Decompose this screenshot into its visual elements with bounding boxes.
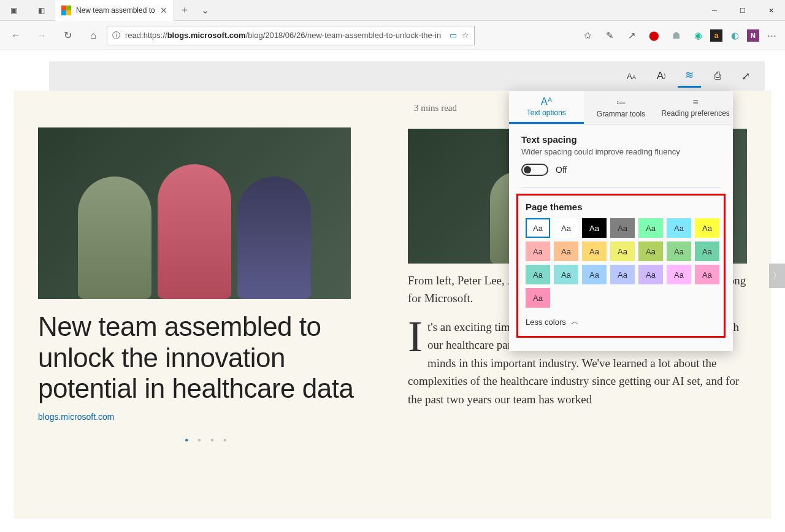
onenote-icon[interactable]: N: [747, 29, 759, 42]
left-column: New team assembled to unlock the innovat…: [38, 103, 377, 443]
theme-swatch[interactable]: Aa: [526, 288, 550, 308]
navbar: ← → ↻ ⌂ ⓘ read:https://blogs.microsoft.c…: [0, 21, 785, 50]
more-icon[interactable]: ⋯: [762, 26, 781, 45]
adblock-icon[interactable]: ⬤: [644, 26, 664, 45]
tab-reading-preferences[interactable]: ≡ Reading preferences: [658, 91, 733, 124]
refresh-button[interactable]: ↻: [55, 23, 80, 48]
favorite-icon[interactable]: ☆: [462, 31, 469, 40]
grammar-icon: ≔: [616, 97, 626, 108]
window-controls: ─ ☐ ✕: [700, 0, 785, 20]
text-spacing-desc: Wider spacing could improve reading flue…: [521, 147, 721, 156]
svg-text:A: A: [627, 72, 632, 81]
browser-tab[interactable]: New team assembled to ✕: [55, 0, 174, 21]
theme-swatch[interactable]: Aa: [695, 218, 719, 238]
address-bar[interactable]: ⓘ read:https://blogs.microsoft.com/blog/…: [107, 26, 475, 45]
ghost-icon[interactable]: ☗: [666, 26, 686, 45]
print-icon[interactable]: ⎙: [706, 64, 729, 88]
extension-icon[interactable]: ◐: [725, 26, 745, 45]
amazon-icon[interactable]: a: [710, 29, 722, 42]
tab-label: Reading preferences: [661, 109, 729, 118]
favorites-icon[interactable]: ✩: [578, 26, 597, 45]
theme-swatch[interactable]: Aa: [638, 241, 663, 261]
tab-preview-icon[interactable]: ◧: [28, 0, 55, 21]
notes-icon[interactable]: ✎: [600, 26, 619, 45]
theme-swatch[interactable]: Aa: [638, 218, 663, 238]
svg-text:A: A: [632, 74, 636, 80]
next-page-button[interactable]: 〉: [769, 264, 785, 288]
theme-swatch[interactable]: Aa: [526, 241, 550, 261]
article-source[interactable]: blogs.microsoft.com: [38, 412, 377, 422]
share-icon[interactable]: ↗: [622, 26, 641, 45]
theme-swatch[interactable]: Aa: [667, 265, 691, 284]
theme-swatch[interactable]: Aa: [695, 241, 719, 261]
grammarly-icon[interactable]: ◉: [688, 26, 708, 45]
article-headline: New team assembled to unlock the innovat…: [38, 311, 377, 405]
tabs-aside-icon[interactable]: ▣: [0, 0, 28, 21]
tab-label: Grammar tools: [597, 110, 645, 118]
less-colors-label: Less colors: [526, 317, 566, 327]
text-spacing-title: Text spacing: [521, 134, 721, 145]
close-window-button[interactable]: ✕: [757, 0, 785, 21]
titlebar: ▣ ◧ New team assembled to ✕ ＋ ⌄ ─ ☐ ✕: [0, 0, 785, 21]
tab-label: Text options: [527, 108, 566, 117]
learning-tools-panel: Aᴬ Text options ≔ Grammar tools ≡ Readin…: [509, 91, 733, 351]
text-options-icon: Aᴬ: [541, 96, 552, 107]
text-spacing-toggle[interactable]: [521, 164, 548, 176]
close-tab-icon[interactable]: ✕: [160, 6, 167, 15]
hero-image: [38, 127, 351, 299]
new-tab-button[interactable]: ＋: [174, 4, 195, 17]
page-dots: ● ● ● ●: [38, 436, 377, 443]
tab-actions-icon[interactable]: ⌄: [195, 4, 216, 16]
page-themes-title: Page themes: [526, 202, 716, 212]
read-aloud-icon[interactable]: A): [649, 64, 673, 88]
theme-swatch[interactable]: Aa: [526, 265, 550, 284]
toggle-state: Off: [556, 165, 567, 175]
theme-swatch[interactable]: Aa: [638, 265, 663, 284]
learning-tools-icon[interactable]: ≋: [678, 64, 701, 88]
reading-pref-icon: ≡: [693, 97, 699, 108]
divider: [521, 187, 721, 188]
theme-swatch[interactable]: Aa: [610, 218, 635, 238]
theme-swatch[interactable]: Aa: [667, 241, 691, 261]
theme-swatch[interactable]: Aa: [554, 265, 578, 284]
theme-swatch[interactable]: Aa: [554, 241, 578, 261]
page-themes-section: Page themes AaAaAaAaAaAaAaAaAaAaAaAaAaAa…: [516, 194, 726, 338]
back-button[interactable]: ←: [4, 23, 28, 48]
fullscreen-icon[interactable]: ⤢: [734, 64, 757, 88]
tab-text-options[interactable]: Aᴬ Text options: [509, 91, 584, 124]
tab-grammar-tools[interactable]: ≔ Grammar tools: [584, 91, 659, 124]
forward-button[interactable]: →: [29, 23, 54, 48]
theme-swatch[interactable]: Aa: [582, 241, 607, 261]
reading-view-icon[interactable]: ▭: [450, 31, 457, 40]
microsoft-favicon: [61, 6, 71, 15]
less-colors-toggle[interactable]: Less colors ︿: [526, 316, 716, 327]
url-text: read:https://blogs.microsoft.com/blog/20…: [125, 31, 445, 40]
reading-toolbar: AA A) ≋ ⎙ ⤢: [49, 61, 765, 91]
theme-swatch[interactable]: Aa: [695, 265, 719, 284]
theme-swatch[interactable]: Aa: [667, 218, 691, 238]
chevron-up-icon: ︿: [571, 316, 579, 327]
minimize-button[interactable]: ─: [700, 0, 729, 21]
text-size-icon[interactable]: AA: [621, 64, 645, 88]
panel-tabs: Aᴬ Text options ≔ Grammar tools ≡ Readin…: [509, 91, 733, 124]
theme-swatch[interactable]: Aa: [610, 265, 635, 284]
tab-title: New team assembled to: [76, 6, 155, 15]
home-button[interactable]: ⌂: [81, 23, 105, 48]
theme-swatch[interactable]: Aa: [582, 218, 607, 238]
theme-swatch[interactable]: Aa: [610, 241, 635, 261]
theme-swatch[interactable]: Aa: [582, 265, 607, 284]
theme-swatch[interactable]: Aa: [526, 218, 550, 238]
theme-swatch-grid: AaAaAaAaAaAaAaAaAaAaAaAaAaAaAaAaAaAaAaAa…: [526, 218, 716, 308]
titlebar-left: ▣ ◧ New team assembled to ✕ ＋ ⌄: [0, 0, 216, 20]
theme-swatch[interactable]: Aa: [554, 218, 578, 238]
maximize-button[interactable]: ☐: [729, 0, 757, 21]
info-icon[interactable]: ⓘ: [112, 30, 120, 41]
